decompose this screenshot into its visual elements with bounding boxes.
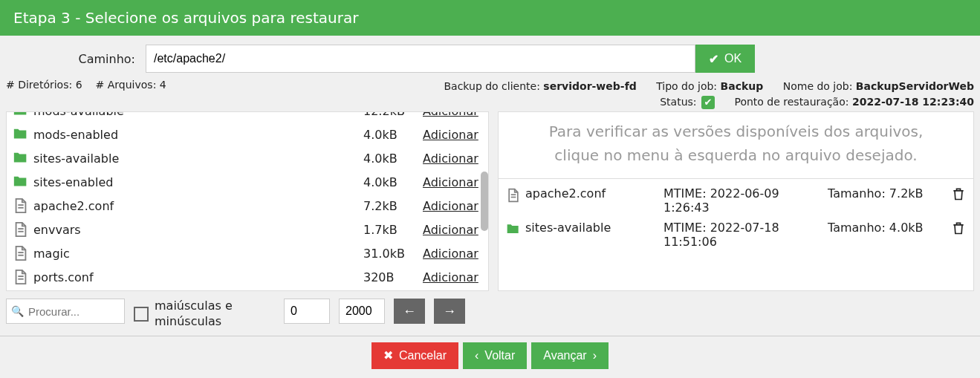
- dialog-title: Etapa 3 - Selecione os arquivos para res…: [0, 0, 980, 36]
- path-ok-button[interactable]: ✔ OK: [695, 45, 755, 73]
- cancel-button[interactable]: ✖ Cancelar: [371, 342, 458, 369]
- file-size: 31.0kB: [363, 247, 423, 261]
- offset-input[interactable]: [284, 299, 330, 324]
- folder-icon: [13, 111, 29, 119]
- file-row[interactable]: apache2.conf7.2kBAdicionar: [7, 194, 488, 218]
- chevron-left-icon: ‹: [475, 349, 478, 362]
- toolbar: Caminho: ✔ OK # Diretórios: 6 # Arquivos…: [0, 36, 980, 110]
- file-row[interactable]: sites-available4.0kBAdicionar: [7, 146, 488, 170]
- status-ok-icon: ✔: [701, 96, 715, 109]
- path-label: Caminho:: [6, 52, 140, 66]
- trash-icon[interactable]: [951, 186, 966, 201]
- file-icon: [13, 269, 29, 285]
- selected-row: sites-availableMTIME: 2022-07-18 11:51:0…: [499, 218, 973, 252]
- job-meta: Backup do cliente: servidor-web-fd Tipo …: [427, 79, 974, 110]
- page-next-button[interactable]: →: [434, 299, 465, 324]
- folder-icon: [13, 174, 29, 190]
- ok-label: OK: [724, 52, 742, 65]
- file-icon: [506, 188, 521, 203]
- file-size: 12.2kB: [363, 111, 423, 118]
- add-link[interactable]: Adicionar: [423, 128, 482, 142]
- file-row[interactable]: sites-enabled4.0kBAdicionar: [7, 170, 488, 194]
- case-sensitive-toggle[interactable]: maiúsculas e minúsculas: [134, 299, 275, 330]
- versions-hint: Para verificar as versões disponíveis do…: [499, 112, 973, 178]
- add-link[interactable]: Adicionar: [423, 111, 482, 118]
- file-name: mods-available: [33, 111, 363, 118]
- trash-icon[interactable]: [951, 221, 966, 235]
- file-size: 7.2kB: [363, 199, 423, 213]
- add-link[interactable]: Adicionar: [423, 151, 482, 166]
- chevron-right-icon: ›: [593, 349, 597, 362]
- file-name: sites-enabled: [33, 175, 363, 189]
- wizard-footer: ✖ Cancelar ‹ Voltar Avançar ›: [0, 336, 980, 375]
- file-count: # Arquivos: 4: [96, 79, 166, 91]
- check-icon: ✔: [709, 52, 718, 66]
- selected-name: sites-available: [525, 221, 659, 235]
- search-icon: 🔍: [11, 305, 24, 317]
- file-name: magic: [33, 247, 363, 261]
- file-name: apache2.conf: [33, 199, 363, 213]
- file-name: sites-available: [33, 151, 363, 166]
- dir-count: # Diretórios: 6: [6, 79, 82, 91]
- file-row[interactable]: mods-enabled4.0kBAdicionar: [7, 123, 488, 146]
- selected-name: apache2.conf: [525, 186, 659, 201]
- folder-icon: [13, 126, 29, 143]
- next-button[interactable]: Avançar ›: [531, 342, 609, 369]
- selected-mtime: MTIME: 2022-07-18 11:51:06: [663, 221, 823, 249]
- file-list[interactable]: mods-available12.2kBAdicionarmods-enable…: [7, 111, 488, 290]
- search-box[interactable]: 🔍: [6, 299, 125, 324]
- scrollbar[interactable]: [481, 172, 488, 231]
- file-size: 1.7kB: [363, 223, 423, 237]
- file-icon: [13, 198, 29, 214]
- file-size: 4.0kB: [363, 128, 423, 142]
- file-row[interactable]: ports.conf320BAdicionar: [7, 265, 488, 289]
- page-prev-button[interactable]: ←: [394, 299, 425, 324]
- add-link[interactable]: Adicionar: [423, 175, 482, 189]
- add-link[interactable]: Adicionar: [423, 270, 482, 284]
- folder-icon: [506, 222, 521, 237]
- file-size: 4.0kB: [363, 175, 423, 189]
- selection-panel: Para verificar as versões disponíveis do…: [498, 111, 974, 291]
- folder-icon: [13, 150, 29, 166]
- add-link[interactable]: Adicionar: [423, 199, 482, 213]
- file-icon: [13, 221, 29, 238]
- file-row[interactable]: envvars1.7kBAdicionar: [7, 218, 488, 241]
- case-label: maiúsculas e minúsculas: [155, 299, 275, 330]
- file-name: mods-enabled: [33, 128, 363, 142]
- close-icon: ✖: [383, 348, 393, 362]
- file-icon: [13, 245, 29, 261]
- file-row[interactable]: mods-available12.2kBAdicionar: [7, 111, 488, 123]
- file-row[interactable]: magic31.0kBAdicionar: [7, 241, 488, 265]
- search-input[interactable]: [27, 304, 120, 319]
- pager-bar: 🔍 maiúsculas e minúsculas ← →: [0, 291, 980, 333]
- file-size: 4.0kB: [363, 151, 423, 166]
- add-link[interactable]: Adicionar: [423, 247, 482, 261]
- selected-row: apache2.confMTIME: 2022-06-09 1:26:43Tam…: [499, 183, 973, 218]
- path-input[interactable]: [146, 45, 695, 73]
- file-size: 320B: [363, 270, 423, 284]
- selected-size: Tamanho: 7.2kB: [828, 186, 947, 201]
- selected-size: Tamanho: 4.0kB: [828, 221, 947, 235]
- selected-list: apache2.confMTIME: 2022-06-09 1:26:43Tam…: [499, 178, 973, 290]
- file-name: ports.conf: [33, 270, 363, 284]
- limit-input[interactable]: [339, 299, 385, 324]
- file-browser-panel: mods-available12.2kBAdicionarmods-enable…: [6, 111, 489, 291]
- checkbox-icon: [134, 307, 149, 322]
- add-link[interactable]: Adicionar: [423, 223, 482, 237]
- file-name: envvars: [33, 223, 363, 237]
- back-button[interactable]: ‹ Voltar: [463, 342, 527, 369]
- selected-mtime: MTIME: 2022-06-09 1:26:43: [663, 186, 823, 215]
